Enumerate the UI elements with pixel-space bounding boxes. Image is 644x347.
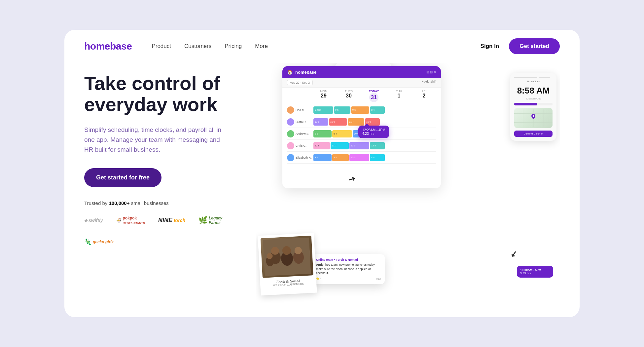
nav-customers[interactable]: Customers: [184, 43, 211, 50]
nav-more[interactable]: More: [255, 43, 268, 50]
avatar-elizabeth: [287, 154, 294, 161]
name-clara: Clara R.: [296, 120, 312, 124]
trusted-count: 100,000+: [109, 200, 129, 206]
nav-right: Sign In Get started: [481, 38, 560, 54]
trusted-text: Trusted by 100,000+ small businesses: [84, 200, 256, 206]
hero-right-visualization: 🎉 You got paid today! View Pay Stub 🏠 ho…: [256, 63, 560, 304]
clockout-line2: 5:45 hrs: [520, 272, 550, 275]
trusted-prefix: Trusted by: [84, 200, 109, 206]
shift-block: 9-5: [351, 106, 369, 114]
main-card: homebase Product Customers Pricing More …: [64, 30, 580, 317]
sign-in-link[interactable]: Sign In: [481, 43, 499, 50]
schedule-row-lisa: Lisa M. 8-4pm 9-5 9-5 8-4: [287, 104, 436, 116]
nav-pricing[interactable]: Pricing: [225, 43, 242, 50]
partner-logos: ◆ swiftly 🍜 pokpokRESTAURANTS NINE torch…: [84, 216, 256, 246]
msg-reactions: ⭐ 4: [316, 277, 322, 280]
shift-block: 11-7: [331, 142, 349, 149]
shift-block: 11-7: [348, 118, 364, 126]
msg-sender: Andy:: [316, 263, 325, 266]
logo-ninetorch: NINE torch: [158, 217, 185, 224]
hero-section: Take control of everyday work Simplify s…: [64, 63, 580, 317]
shift-block: 9-5: [334, 106, 350, 114]
svg-point-6: [533, 115, 534, 117]
name-elizabeth: Elizabeth R.: [296, 156, 312, 159]
msg-meta: ⭐ 4 7/12: [316, 277, 381, 280]
shift-block: 8-4: [370, 154, 385, 161]
tc-map: [514, 108, 553, 128]
clockout-line1: 10:00AM - 5PM: [520, 268, 550, 272]
shift-block: 8-4: [370, 106, 385, 114]
shift-tooltip: 12:23AM - 4PM 4:23 hrs: [358, 126, 389, 138]
tc-app-label: Time Clock: [514, 80, 553, 83]
shift-block: 8-4pm: [313, 106, 333, 114]
nav-product[interactable]: Product: [152, 43, 171, 50]
avatar-chris: [287, 142, 294, 149]
schedule-header: 🏠 homebase ⊞ ⊟ ✕: [282, 66, 441, 78]
shift-block: 8-4: [332, 130, 352, 137]
logo-legacy-farms: 🌿 LegacyFarms: [198, 216, 222, 225]
schedule-brand: homebase: [295, 70, 316, 75]
shift-block: 10-6: [349, 154, 369, 161]
msg-body: hey team, new promo launches today, make…: [316, 263, 375, 275]
nav-links: Product Customers Pricing More: [152, 43, 480, 50]
shift-block: 8-4: [313, 154, 332, 161]
clockout-bubble: 10:00AM - 5PM 5:45 hrs: [517, 266, 553, 278]
trusted-suffix: small businesses: [129, 200, 168, 206]
date-thu: THU 1: [387, 90, 411, 102]
name-lisa: Lisa M.: [296, 108, 312, 112]
date-fri: FRI 2: [412, 90, 436, 102]
avatar-lisa: [287, 106, 294, 114]
avatar-clara: [287, 118, 294, 126]
name-andrew: Andrew S.: [296, 132, 312, 135]
msg-count: 7/12: [376, 277, 381, 280]
logo-swiftly: ◆ swiftly: [84, 218, 103, 223]
schedule-row-chris: Chris G. 12-8 11-7 10-6 12-8: [287, 140, 436, 152]
polaroid-photo-card: Forch & Nomad WE ♥ OUR CUSTOMERS: [258, 233, 317, 296]
tc-status: Clocked Out: [514, 97, 553, 100]
shift-block: 9-5: [313, 130, 332, 137]
name-chris: Chris G.: [296, 144, 312, 147]
navbar: homebase Product Customers Pricing More …: [64, 30, 580, 63]
date-today: TODAY 31: [362, 90, 386, 102]
tc-time-display: 8:58 AM: [514, 86, 553, 96]
time-clock-card: Time Clock 8:58 AM Clocked Out: [510, 73, 556, 141]
get-started-nav-button[interactable]: Get started: [509, 38, 560, 54]
schedule-row-elizabeth: Elizabeth R. 8-4 9-5 10-6 8-4: [287, 152, 436, 164]
shift-tooltip-line1: 12:23AM - 4PM: [362, 128, 385, 132]
shift-block: 12-8: [370, 142, 385, 149]
logo-gecko-girlz: 🦎 gecko girlz: [84, 238, 114, 246]
avatar-andrew: [287, 130, 294, 137]
shift-block: 10-6: [349, 142, 369, 149]
map-pin-icon: [531, 114, 535, 119]
hero-cta-button[interactable]: Get started for free: [84, 168, 161, 187]
shift-block: 9-5: [332, 154, 349, 161]
schedule-dates: MON 29 TUES 30 TODAY 31 THU 1: [282, 88, 441, 103]
logo-pokpok: 🍜 pokpokRESTAURANTS: [116, 216, 145, 225]
brand-logo[interactable]: homebase: [84, 41, 132, 52]
hero-title: Take control of everyday work: [84, 73, 256, 115]
shift-block: 12-8: [313, 142, 330, 149]
arrow-decoration-2: ↙: [510, 249, 518, 258]
confirm-clock-in-button[interactable]: Confirm Clock In: [514, 131, 553, 137]
hero-subtitle: Simplify scheduling, time clocks, and pa…: [84, 125, 230, 155]
message-bubble: Online team • Forch & Nomad Andy: hey te…: [312, 254, 385, 284]
date-mon: MON 29: [311, 90, 336, 102]
msg-header: Online team • Forch & Nomad: [316, 258, 381, 261]
msg-text: Andy: hey team, new promo launches today…: [316, 263, 381, 275]
shift-block: 10-6: [313, 118, 328, 126]
hero-left: Take control of everyday work Simplify s…: [84, 63, 256, 304]
polaroid-image: [261, 236, 313, 278]
shift-block: 10-6: [329, 118, 347, 126]
shift-tooltip-line2: 4:23 hrs: [362, 132, 385, 135]
swiftly-icon: ◆: [84, 218, 87, 223]
date-tue: TUES 30: [337, 90, 361, 102]
